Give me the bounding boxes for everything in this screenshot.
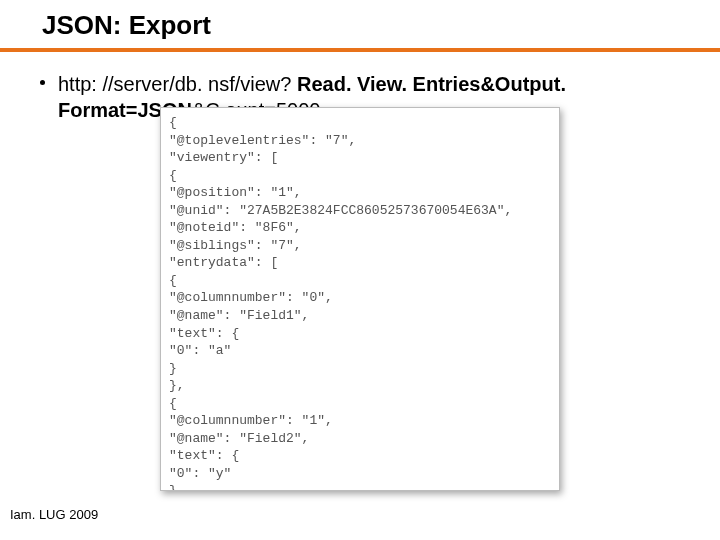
slide: JSON: Export http: //server/db. nsf/view… [0,0,720,540]
bullet-dot-icon [40,80,45,85]
bullet-text-pre: http: //server/db. nsf/view? [58,73,297,95]
title-underline [0,48,720,52]
code-snippet: { "@toplevelentries": "7", "viewentry": … [160,107,560,491]
slide-title: JSON: Export [42,10,211,41]
footer-text: Iam. LUG 2009 [10,507,98,522]
